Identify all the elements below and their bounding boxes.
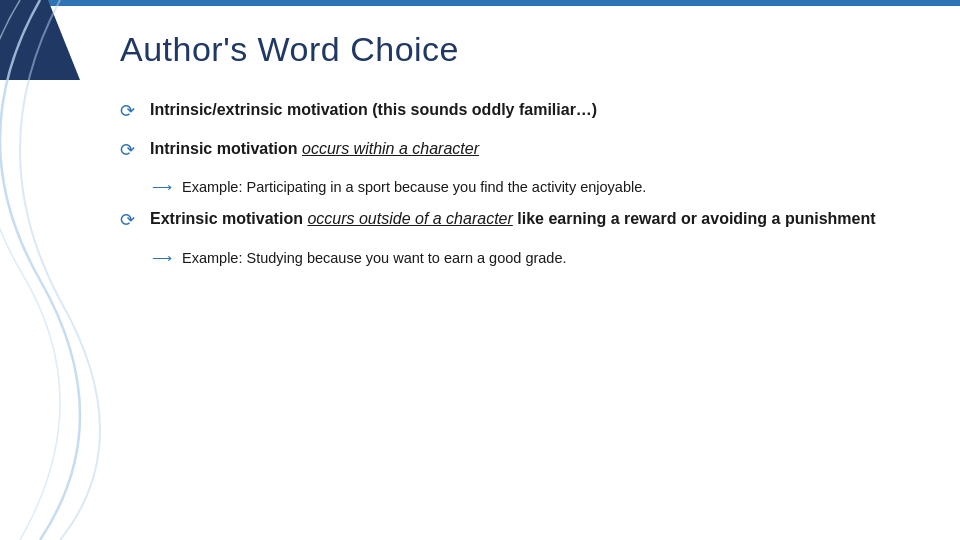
bullet-item-1: ⟳ Intrinsic/extrinsic motivation (this s… bbox=[120, 99, 920, 124]
bullet-text-3-extrinsic: Extrinsic bbox=[150, 210, 218, 227]
top-accent-bar bbox=[0, 0, 960, 6]
bullet-text-2-part1: Intrinsic motivation bbox=[150, 140, 302, 157]
bullet-text-2: Intrinsic motivation occurs within a cha… bbox=[150, 138, 479, 160]
bullet-item-3: ⟳ Extrinsic motivation occurs outside of… bbox=[120, 208, 920, 233]
bullet-text-1: Intrinsic/extrinsic motivation (this sou… bbox=[150, 99, 597, 121]
bullet-text-1-bold: Intrinsic/extrinsic motivation (this sou… bbox=[150, 101, 597, 118]
sub-bullet-icon-2-1: ⟶ bbox=[152, 178, 172, 198]
bullet-icon-1: ⟳ bbox=[120, 99, 140, 124]
sub-bullet-text-3-1: Example: Studying because you want to ea… bbox=[182, 248, 567, 269]
bullet-text-2-part2: occurs within a character bbox=[302, 140, 479, 157]
decorative-arcs bbox=[0, 0, 130, 540]
content-area: Author's Word Choice ⟳ Intrinsic/extrins… bbox=[120, 20, 920, 500]
slide: Author's Word Choice ⟳ Intrinsic/extrins… bbox=[0, 0, 960, 540]
bullet-text-3-motivation: motivation bbox=[218, 210, 308, 227]
slide-title: Author's Word Choice bbox=[120, 30, 920, 69]
sub-bullet-text-2-1: Example: Participating in a sport becaus… bbox=[182, 177, 646, 198]
bullet-text-3-underline: occurs outside of a character bbox=[307, 210, 512, 227]
bullet-item-2: ⟳ Intrinsic motivation occurs within a c… bbox=[120, 138, 920, 163]
sub-bullet-item-2-1: ⟶ Example: Participating in a sport beca… bbox=[152, 177, 920, 198]
bullet-text-3-rest: like earning a reward or avoiding a puni… bbox=[513, 210, 876, 227]
sub-bullet-icon-3-1: ⟶ bbox=[152, 249, 172, 269]
bullet-icon-3: ⟳ bbox=[120, 208, 140, 233]
sub-bullet-item-3-1: ⟶ Example: Studying because you want to … bbox=[152, 248, 920, 269]
bullet-list: ⟳ Intrinsic/extrinsic motivation (this s… bbox=[120, 99, 920, 269]
bullet-text-3: Extrinsic motivation occurs outside of a… bbox=[150, 208, 876, 230]
bullet-icon-2: ⟳ bbox=[120, 138, 140, 163]
